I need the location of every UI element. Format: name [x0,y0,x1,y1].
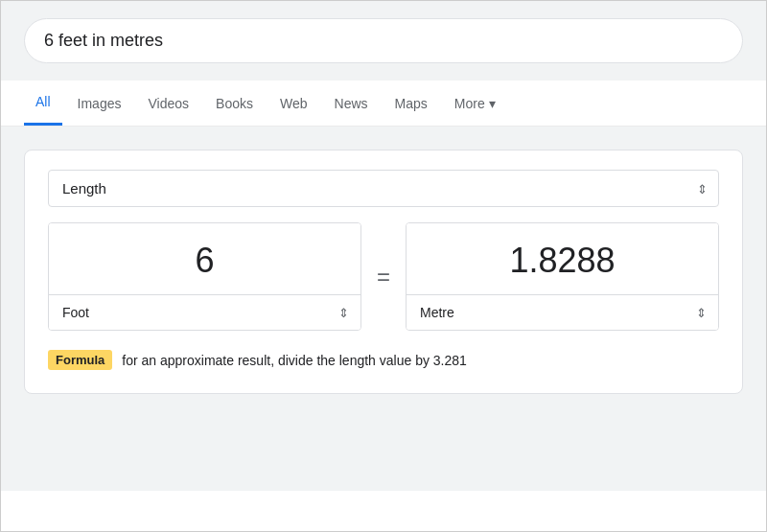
search-query: 6 feet in metres [44,31,163,51]
more-label: More [454,96,485,111]
equals-sign: = [361,222,406,331]
formula-row: Formula for an approximate result, divid… [48,350,719,370]
formula-text: for an approximate result, divide the le… [122,353,467,368]
to-unit-wrapper[interactable]: Metre [407,295,718,330]
tab-web[interactable]: Web [268,82,319,125]
tab-images[interactable]: Images [66,82,133,125]
tab-books[interactable]: Books [204,82,265,125]
tab-maps[interactable]: Maps [384,82,439,125]
search-bar[interactable]: 6 feet in metres [24,18,743,63]
unit-type-wrapper[interactable]: Length [48,170,719,207]
tab-news[interactable]: News [323,82,380,125]
chevron-down-icon: ▾ [489,96,496,111]
main-content: Length 6 Foot = 1.8288 [1,127,766,491]
input-value[interactable]: 6 [49,223,360,295]
from-unit-select[interactable]: Foot [49,295,360,330]
to-unit-select[interactable]: Metre [407,295,718,330]
tab-videos[interactable]: Videos [136,82,200,125]
from-box: 6 Foot [48,222,361,331]
converter-card: Length 6 Foot = 1.8288 [24,150,743,394]
converter-row: 6 Foot = 1.8288 Metre [48,222,719,331]
to-box: 1.8288 Metre [406,222,719,331]
from-unit-wrapper[interactable]: Foot [49,295,360,330]
search-bar-area: 6 feet in metres [1,1,766,81]
tab-all[interactable]: All [24,81,62,126]
formula-badge: Formula [48,350,112,370]
nav-tabs: All Images Videos Books Web News Maps Mo… [1,81,766,127]
tab-more[interactable]: More ▾ [443,82,507,125]
unit-type-select[interactable]: Length [48,170,719,207]
output-value[interactable]: 1.8288 [407,223,718,295]
